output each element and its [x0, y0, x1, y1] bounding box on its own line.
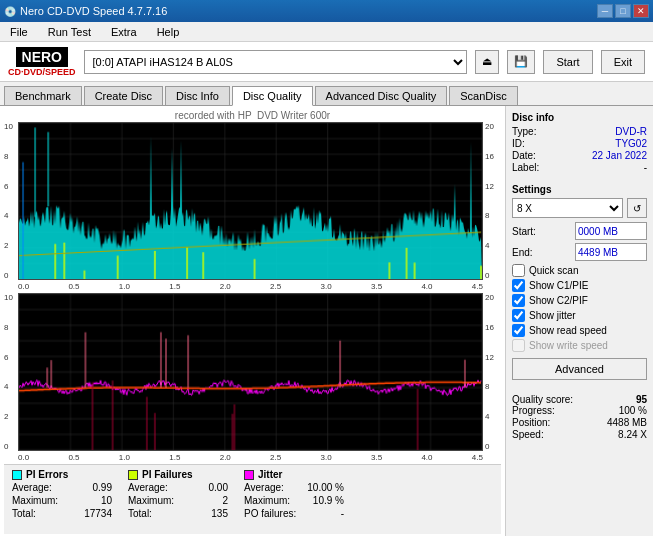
menu-file[interactable]: File	[4, 24, 34, 40]
write-speed-checkbox[interactable]	[512, 339, 525, 352]
drive-selector[interactable]: [0:0] ATAPI iHAS124 B AL0S	[84, 50, 468, 74]
logo-bar: NERO CD·DVD/SPEED [0:0] ATAPI iHAS124 B …	[0, 42, 653, 82]
jitter-stats: Jitter Average: 10.00 % Maximum: 10.9 % …	[244, 469, 344, 530]
maximize-button[interactable]: □	[615, 4, 631, 18]
position-value: 4488 MB	[607, 417, 647, 428]
quality-section: Quality score: 95 Progress: 100 % Positi…	[512, 390, 647, 441]
read-speed-row: Show read speed	[512, 324, 647, 337]
tab-bar: Benchmark Create Disc Disc Info Disc Qua…	[0, 82, 653, 106]
top-chart	[18, 122, 483, 280]
c2-pif-row: Show C2/PIF	[512, 294, 647, 307]
quality-score-value: 95	[636, 394, 647, 405]
jitter-label: Show jitter	[529, 310, 576, 321]
progress-value: 100 %	[619, 405, 647, 416]
type-value: DVD-R	[615, 126, 647, 137]
write-speed-label: Show write speed	[529, 340, 608, 351]
label-value: -	[644, 162, 647, 173]
tab-advanced-disc-quality[interactable]: Advanced Disc Quality	[315, 86, 448, 105]
pi-failures-avg-value: 0.00	[209, 482, 228, 493]
speed-value: 8.24 X	[618, 429, 647, 440]
c1-pie-label: Show C1/PIE	[529, 280, 588, 291]
pi-failures-legend-box	[128, 470, 138, 480]
start-label: Start:	[512, 226, 536, 237]
pi-failures-stats: PI Failures Average: 0.00 Maximum: 2 Tot…	[128, 469, 228, 530]
date-value: 22 Jan 2022	[592, 150, 647, 161]
id-value: TYG02	[615, 138, 647, 149]
jitter-max-label: Maximum:	[244, 495, 290, 506]
end-input[interactable]	[575, 243, 647, 261]
refresh-button[interactable]: ↺	[627, 198, 647, 218]
pi-errors-stats: PI Errors Average: 0.99 Maximum: 10 Tota…	[12, 469, 112, 530]
c1-pie-checkbox[interactable]	[512, 279, 525, 292]
tab-disc-info[interactable]: Disc Info	[165, 86, 230, 105]
jitter-label: Jitter	[258, 469, 282, 480]
settings-section: Settings 8 X ↺ Start: End: Quick scan	[512, 184, 647, 380]
y-axis-right-bottom: 048121620	[483, 293, 501, 451]
pi-failures-max-label: Maximum:	[128, 495, 174, 506]
progress-label: Progress:	[512, 405, 555, 416]
eject-button[interactable]: ⏏	[475, 50, 499, 74]
jitter-checkbox[interactable]	[512, 309, 525, 322]
label-label: Label:	[512, 162, 539, 173]
menu-run-test[interactable]: Run Test	[42, 24, 97, 40]
tab-benchmark[interactable]: Benchmark	[4, 86, 82, 105]
id-label: ID:	[512, 138, 525, 149]
pi-errors-label: PI Errors	[26, 469, 68, 480]
c2-pif-checkbox[interactable]	[512, 294, 525, 307]
advanced-button[interactable]: Advanced	[512, 358, 647, 380]
quality-score-label: Quality score:	[512, 394, 573, 405]
y-axis-right-top: 048121620	[483, 122, 501, 280]
position-label: Position:	[512, 417, 550, 428]
side-panel: Disc info Type: DVD-R ID: TYG02 Date: 22…	[505, 106, 653, 536]
menu-extra[interactable]: Extra	[105, 24, 143, 40]
bottom-chart	[18, 293, 483, 451]
main-content: recorded with HP DVD Writer 600r 0246810…	[0, 106, 653, 536]
x-axis-bottom: 0.00.51.01.52.02.53.03.54.04.5	[18, 453, 483, 462]
x-axis-top: 0.00.51.01.52.02.53.03.54.04.5	[18, 282, 483, 291]
end-label: End:	[512, 247, 533, 258]
save-button[interactable]: 💾	[507, 50, 535, 74]
jitter-po-value: -	[341, 508, 344, 519]
tab-create-disc[interactable]: Create Disc	[84, 86, 163, 105]
chart-header: recorded with HP DVD Writer 600r	[4, 108, 501, 122]
jitter-po-label: PO failures:	[244, 508, 296, 519]
date-label: Date:	[512, 150, 536, 161]
chart-area: recorded with HP DVD Writer 600r 0246810…	[0, 106, 505, 536]
exit-button[interactable]: Exit	[601, 50, 645, 74]
start-button[interactable]: Start	[543, 50, 592, 74]
jitter-avg-value: 10.00 %	[307, 482, 344, 493]
stats-bar: PI Errors Average: 0.99 Maximum: 10 Tota…	[4, 464, 501, 534]
nero-logo: NERO CD·DVD/SPEED	[8, 47, 76, 77]
jitter-legend-box	[244, 470, 254, 480]
quick-scan-label: Quick scan	[529, 265, 578, 276]
tab-scandisc[interactable]: ScanDisc	[449, 86, 517, 105]
pi-failures-avg-label: Average:	[128, 482, 168, 493]
y-axis-left-bottom: 0246810	[4, 293, 18, 451]
read-speed-label: Show read speed	[529, 325, 607, 336]
minimize-button[interactable]: ─	[597, 4, 613, 18]
c2-pif-label: Show C2/PIF	[529, 295, 588, 306]
speed-selector[interactable]: 8 X	[512, 198, 623, 218]
menu-help[interactable]: Help	[151, 24, 186, 40]
pi-failures-label: PI Failures	[142, 469, 193, 480]
pi-errors-max-label: Maximum:	[12, 495, 58, 506]
app-title: Nero CD-DVD Speed 4.7.7.16	[20, 5, 167, 17]
write-speed-row: Show write speed	[512, 339, 647, 352]
tab-disc-quality[interactable]: Disc Quality	[232, 86, 313, 106]
pi-errors-total-label: Total:	[12, 508, 36, 519]
pi-errors-max-value: 10	[101, 495, 112, 506]
disc-info-title: Disc info	[512, 112, 647, 123]
c1-pie-row: Show C1/PIE	[512, 279, 647, 292]
jitter-max-value: 10.9 %	[313, 495, 344, 506]
read-speed-checkbox[interactable]	[512, 324, 525, 337]
y-axis-left-top: 0246810	[4, 122, 18, 280]
pi-failures-total-value: 135	[211, 508, 228, 519]
pi-errors-avg-value: 0.99	[93, 482, 112, 493]
quick-scan-checkbox[interactable]	[512, 264, 525, 277]
menu-bar: File Run Test Extra Help	[0, 22, 653, 42]
close-button[interactable]: ✕	[633, 4, 649, 18]
disc-info-section: Disc info Type: DVD-R ID: TYG02 Date: 22…	[512, 112, 647, 174]
pi-errors-legend-box	[12, 470, 22, 480]
start-input[interactable]	[575, 222, 647, 240]
pi-failures-total-label: Total:	[128, 508, 152, 519]
